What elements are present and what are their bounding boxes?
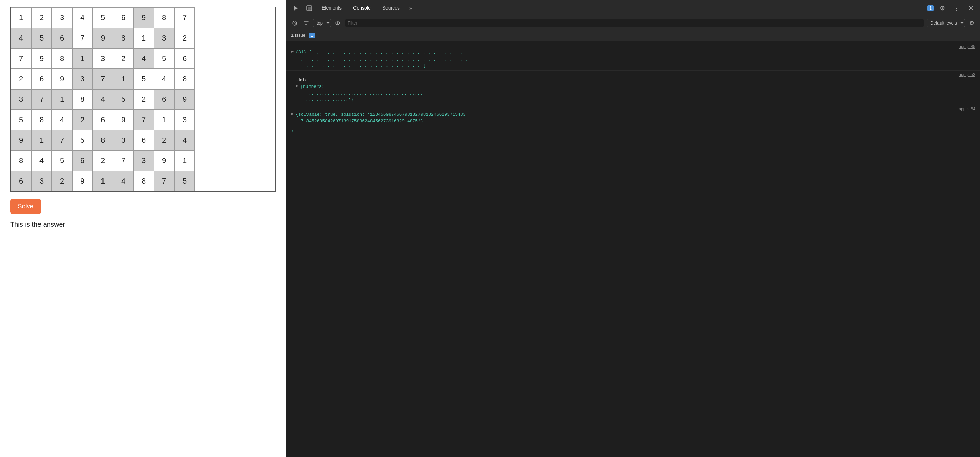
cell-0-0[interactable]: 1 bbox=[11, 8, 31, 28]
solve-button[interactable]: Solve bbox=[10, 199, 41, 214]
cell-8-6[interactable]: 8 bbox=[134, 171, 154, 191]
cell-7-3[interactable]: 6 bbox=[72, 151, 92, 171]
cell-2-8[interactable]: 6 bbox=[174, 48, 195, 69]
cell-5-5[interactable]: 9 bbox=[113, 110, 134, 130]
cell-7-4[interactable]: 2 bbox=[92, 151, 113, 171]
cell-0-3[interactable]: 4 bbox=[72, 8, 92, 28]
cell-3-8[interactable]: 8 bbox=[174, 69, 195, 89]
cell-2-1[interactable]: 9 bbox=[31, 48, 52, 69]
cell-3-6[interactable]: 5 bbox=[134, 69, 154, 89]
cell-4-7[interactable]: 6 bbox=[154, 89, 174, 110]
cell-8-1[interactable]: 3 bbox=[31, 171, 52, 191]
expand-arrow-2[interactable]: ▶ bbox=[296, 83, 298, 89]
cell-2-4[interactable]: 3 bbox=[92, 48, 113, 69]
close-icon[interactable]: ✕ bbox=[965, 2, 977, 14]
cell-0-5[interactable]: 6 bbox=[113, 8, 134, 28]
tab-console[interactable]: Console bbox=[348, 3, 375, 13]
inspect-icon[interactable] bbox=[304, 2, 315, 14]
cell-6-7[interactable]: 2 bbox=[154, 130, 174, 151]
cell-1-5[interactable]: 8 bbox=[113, 28, 134, 48]
cell-4-6[interactable]: 2 bbox=[134, 89, 154, 110]
cell-3-4[interactable]: 7 bbox=[92, 69, 113, 89]
cell-5-8[interactable]: 3 bbox=[174, 110, 195, 130]
cell-3-3[interactable]: 3 bbox=[72, 69, 92, 89]
eye-icon[interactable] bbox=[333, 18, 342, 28]
cell-3-5[interactable]: 1 bbox=[113, 69, 134, 89]
tab-elements[interactable]: Elements bbox=[317, 3, 346, 13]
expand-arrow-1[interactable]: ▶ bbox=[291, 49, 294, 54]
cell-5-7[interactable]: 1 bbox=[154, 110, 174, 130]
cell-7-6[interactable]: 3 bbox=[134, 151, 154, 171]
cell-6-8[interactable]: 4 bbox=[174, 130, 195, 151]
cell-0-1[interactable]: 2 bbox=[31, 8, 52, 28]
cell-0-2[interactable]: 3 bbox=[52, 8, 72, 28]
cell-3-2[interactable]: 9 bbox=[52, 69, 72, 89]
tab-sources[interactable]: Sources bbox=[378, 3, 404, 13]
cell-3-1[interactable]: 6 bbox=[31, 69, 52, 89]
cell-2-7[interactable]: 5 bbox=[154, 48, 174, 69]
cell-6-0[interactable]: 9 bbox=[11, 130, 31, 151]
cursor-icon[interactable] bbox=[290, 2, 301, 14]
cell-7-5[interactable]: 7 bbox=[113, 151, 134, 171]
cell-3-0[interactable]: 2 bbox=[11, 69, 31, 89]
cell-8-4[interactable]: 1 bbox=[92, 171, 113, 191]
cell-0-4[interactable]: 5 bbox=[92, 8, 113, 28]
cell-8-0[interactable]: 6 bbox=[11, 171, 31, 191]
cell-4-3[interactable]: 8 bbox=[72, 89, 92, 110]
cell-4-2[interactable]: 1 bbox=[52, 89, 72, 110]
settings-gear-icon[interactable]: ⚙ bbox=[967, 18, 977, 28]
cell-6-5[interactable]: 3 bbox=[113, 130, 134, 151]
cell-1-6[interactable]: 1 bbox=[134, 28, 154, 48]
filter-input[interactable] bbox=[345, 19, 924, 27]
context-selector[interactable]: top bbox=[313, 19, 331, 27]
cell-8-3[interactable]: 9 bbox=[72, 171, 92, 191]
cell-6-1[interactable]: 1 bbox=[31, 130, 52, 151]
cell-2-5[interactable]: 2 bbox=[113, 48, 134, 69]
cell-0-6[interactable]: 9 bbox=[134, 8, 154, 28]
cell-1-0[interactable]: 4 bbox=[11, 28, 31, 48]
cell-5-4[interactable]: 6 bbox=[92, 110, 113, 130]
more-options-icon[interactable]: ⋮ bbox=[951, 2, 962, 14]
filter-icon[interactable] bbox=[301, 18, 311, 28]
cell-4-5[interactable]: 5 bbox=[113, 89, 134, 110]
console-link-2[interactable]: app.js:53 bbox=[959, 72, 975, 77]
cell-1-1[interactable]: 5 bbox=[31, 28, 52, 48]
console-link-1[interactable]: app.js:35 bbox=[959, 44, 975, 49]
cell-5-2[interactable]: 4 bbox=[52, 110, 72, 130]
cell-0-7[interactable]: 8 bbox=[154, 8, 174, 28]
cell-5-6[interactable]: 7 bbox=[134, 110, 154, 130]
cell-8-2[interactable]: 2 bbox=[52, 171, 72, 191]
settings-icon[interactable]: ⚙ bbox=[936, 2, 948, 14]
cell-1-2[interactable]: 6 bbox=[52, 28, 72, 48]
clear-console-icon[interactable] bbox=[290, 18, 299, 28]
cell-7-2[interactable]: 5 bbox=[52, 151, 72, 171]
cell-1-4[interactable]: 9 bbox=[92, 28, 113, 48]
expand-arrow-3[interactable]: ▶ bbox=[291, 111, 294, 116]
console-link-3[interactable]: app.js:64 bbox=[959, 107, 975, 111]
cell-1-7[interactable]: 3 bbox=[154, 28, 174, 48]
cell-6-3[interactable]: 5 bbox=[72, 130, 92, 151]
cell-7-7[interactable]: 9 bbox=[154, 151, 174, 171]
cell-4-8[interactable]: 9 bbox=[174, 89, 195, 110]
cell-6-4[interactable]: 8 bbox=[92, 130, 113, 151]
cell-1-8[interactable]: 2 bbox=[174, 28, 195, 48]
cell-6-6[interactable]: 6 bbox=[134, 130, 154, 151]
console-prompt[interactable]: › bbox=[286, 126, 980, 136]
cell-8-7[interactable]: 7 bbox=[154, 171, 174, 191]
cell-7-1[interactable]: 4 bbox=[31, 151, 52, 171]
cell-4-1[interactable]: 7 bbox=[31, 89, 52, 110]
cell-5-3[interactable]: 2 bbox=[72, 110, 92, 130]
cell-8-5[interactable]: 4 bbox=[113, 171, 134, 191]
cell-5-0[interactable]: 5 bbox=[11, 110, 31, 130]
cell-4-0[interactable]: 3 bbox=[11, 89, 31, 110]
tab-more[interactable]: » bbox=[407, 3, 415, 13]
cell-2-0[interactable]: 7 bbox=[11, 48, 31, 69]
cell-7-8[interactable]: 1 bbox=[174, 151, 195, 171]
cell-2-2[interactable]: 8 bbox=[52, 48, 72, 69]
cell-5-1[interactable]: 8 bbox=[31, 110, 52, 130]
cell-2-6[interactable]: 4 bbox=[134, 48, 154, 69]
cell-0-8[interactable]: 7 bbox=[174, 8, 195, 28]
cell-4-4[interactable]: 4 bbox=[92, 89, 113, 110]
cell-8-8[interactable]: 5 bbox=[174, 171, 195, 191]
cell-2-3[interactable]: 1 bbox=[72, 48, 92, 69]
